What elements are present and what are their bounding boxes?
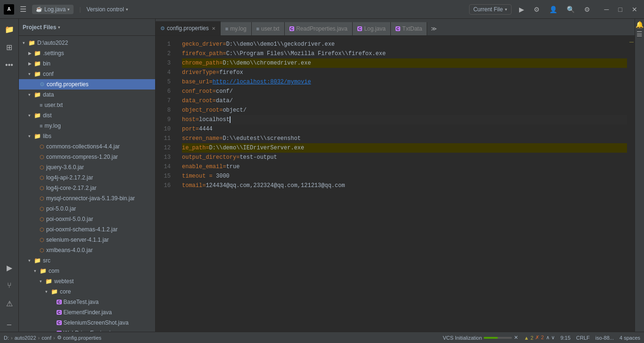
code-line[interactable]: timeout = 3000 xyxy=(182,172,627,181)
code-line[interactable]: conf_root=conf/ xyxy=(182,87,627,96)
code-line[interactable]: chrome_path=D:\\demo\\chromedriver.exe xyxy=(182,58,627,68)
tree-item[interactable]: ▾ 📁 com xyxy=(19,266,155,276)
tree-item[interactable]: ⬡ mysql-connector-java-5.1.39-bin.jar xyxy=(19,193,155,204)
panel-toggle-icon[interactable]: ☰ xyxy=(636,30,643,38)
tree-item[interactable]: C SeleniumScreenShot.java xyxy=(19,318,155,328)
tree-item[interactable]: ▾ 📁 webtest xyxy=(19,276,155,286)
warning-count[interactable]: ▲ 2 xyxy=(524,335,533,341)
encoding[interactable]: iso-88... xyxy=(595,335,614,341)
activity-project-icon[interactable]: 📁 xyxy=(1,21,18,38)
tree-item[interactable]: ▾ 📁 data xyxy=(19,90,155,100)
activity-run-icon[interactable]: ▶ xyxy=(1,259,18,276)
file-title-dropdown[interactable]: ▾ xyxy=(67,7,70,12)
code-line[interactable]: enable_email=true xyxy=(182,162,627,172)
tree-item[interactable]: ⬡ poi-ooxml-5.0.0.jar xyxy=(19,214,155,224)
file-title-tab[interactable]: ☕ Log.java ▾ xyxy=(32,5,74,14)
tree-item[interactable]: C WebDriverEngine.java xyxy=(19,328,155,332)
activity-structure-icon[interactable]: ⊞ xyxy=(1,39,18,56)
breadcrumb-sep2: › xyxy=(38,335,40,341)
code-line[interactable]: base_url=http://localhost:8032/mymovie xyxy=(182,77,627,87)
tree-item[interactable]: C ElementFinder.java xyxy=(19,307,155,318)
syn-key: enable_email= xyxy=(182,162,226,172)
activity-problems-icon[interactable]: ⚠ xyxy=(1,295,18,312)
activity-more-icon[interactable]: ••• xyxy=(1,57,18,74)
line-number: 5 xyxy=(156,77,174,87)
breadcrumb-folder[interactable]: conf xyxy=(41,335,51,341)
activity-terminal-icon[interactable]: _ xyxy=(1,313,18,330)
code-line[interactable]: driverType=firefox xyxy=(182,68,627,77)
search-icon[interactable]: 🔍 xyxy=(565,5,577,14)
sidebar-title-arrow[interactable]: ▾ xyxy=(58,25,60,30)
expand-counts[interactable]: ∧ ∨ xyxy=(546,335,555,341)
editor-tab[interactable]: ≡ user.txt xyxy=(252,22,285,35)
settings-icon[interactable]: ⚙ xyxy=(582,5,592,14)
tree-item[interactable]: ≡ user.txt xyxy=(19,100,155,110)
indent[interactable]: 4 spaces xyxy=(619,335,640,341)
syn-url[interactable]: http://localhost:8032/mymovie xyxy=(213,77,311,87)
tree-item[interactable]: ▾ 📁 core xyxy=(19,286,155,297)
app-logo[interactable]: A xyxy=(4,4,14,15)
tab-close-btn[interactable]: ✕ xyxy=(212,26,215,31)
code-line[interactable]: firefox_path=C:\\Program Files\\Mozilla … xyxy=(182,49,627,58)
minimize-button[interactable]: ─ xyxy=(602,5,612,14)
sidebar-content[interactable]: ▾ 📁 D:\auto2022 ▶ 📁 .settings ▶ 📁 bin ▾ … xyxy=(19,36,155,332)
current-file-button[interactable]: Current File ▾ xyxy=(469,4,512,15)
code-line[interactable]: port=4444 xyxy=(182,124,627,134)
error-count[interactable]: ✗ 2 xyxy=(535,335,544,341)
debug-button[interactable]: ⚙ xyxy=(532,5,542,14)
hamburger-button[interactable]: ☰ xyxy=(18,3,28,16)
tree-item[interactable]: ⬡ log4j-core-2.17.2.jar xyxy=(19,183,155,193)
editor-tab[interactable]: C ReadProperties.java xyxy=(285,22,353,35)
code-line[interactable]: ie_path=D:\\demo\\IEDriverServer.exe xyxy=(182,143,627,153)
tree-item-label: log4j-core-2.17.2.jar xyxy=(46,185,97,191)
tree-item[interactable]: ⬡ commons-compress-1.20.jar xyxy=(19,152,155,162)
close-button[interactable]: ✕ xyxy=(629,5,640,14)
tree-item[interactable]: C BaseTest.java xyxy=(19,297,155,307)
code-line[interactable]: screen_name=D:\\edutest\\screenshot xyxy=(182,134,627,143)
tree-item[interactable]: ≡ my.log xyxy=(19,121,155,131)
tree-item[interactable]: ▶ 📁 bin xyxy=(19,58,155,69)
tree-item[interactable]: ⬡ selenium-server-4.1.1.jar xyxy=(19,235,155,245)
line-ending[interactable]: CRLF xyxy=(576,335,590,341)
tree-item[interactable]: ▾ 📁 src xyxy=(19,255,155,266)
tree-item[interactable]: ⬡ poi-ooxml-schemas-4.1.2.jar xyxy=(19,224,155,235)
code-line[interactable]: gecko_driver=D:\\demo\\demo1\\geckodrive… xyxy=(182,40,627,49)
maximize-button[interactable]: □ xyxy=(616,5,625,14)
code-line[interactable]: host=localhost xyxy=(182,115,627,124)
profile-icon[interactable]: 👤 xyxy=(547,5,559,14)
editor-tab[interactable]: ⚙ config.properties ✕ xyxy=(156,21,221,35)
tree-item-label: commons-collections4-4.4.jar xyxy=(46,143,120,150)
breadcrumb-file[interactable]: ⚙ config.properties xyxy=(57,335,101,341)
tree-item[interactable]: ⬡ commons-collections4-4.4.jar xyxy=(19,141,155,152)
code-content[interactable]: gecko_driver=D:\\demo\\demo1\\geckodrive… xyxy=(178,36,627,332)
tree-item[interactable]: ▶ 📁 .settings xyxy=(19,48,155,58)
vcs-button[interactable]: Version control ▾ xyxy=(87,6,128,13)
tree-item[interactable]: ⬡ poi-5.0.0.jar xyxy=(19,204,155,214)
syn-key: timeout = xyxy=(182,172,213,181)
tree-item-label: log4j-api-2.17.2.jar xyxy=(46,174,93,181)
tree-item[interactable]: ⚙ config.properties xyxy=(19,79,155,90)
code-line[interactable]: object_root=object/ xyxy=(182,106,627,115)
tree-item[interactable]: ▾ 📁 dist xyxy=(19,110,155,121)
syn-val: 4444 xyxy=(199,124,213,134)
code-line[interactable]: tomail=124434@qq.com,232324@qq.com,12121… xyxy=(182,181,627,190)
activity-git-icon[interactable]: ⑂ xyxy=(1,277,18,294)
tree-item[interactable]: ▾ 📁 D:\auto2022 xyxy=(19,38,155,48)
tree-item[interactable]: ⬡ xmlbeans-4.0.0.jar xyxy=(19,245,155,255)
tree-item[interactable]: ▾ 📁 libs xyxy=(19,131,155,141)
tree-item[interactable]: ▾ 📁 conf xyxy=(19,69,155,79)
editor-tab[interactable]: C TxtData xyxy=(391,22,428,35)
breadcrumb-project[interactable]: auto2022 xyxy=(15,335,36,341)
code-line[interactable]: data_root=data/ xyxy=(182,96,627,106)
editor-tab[interactable]: C Log.java xyxy=(353,22,391,35)
code-line[interactable]: output_directory=test-output xyxy=(182,153,627,162)
breadcrumb-drive[interactable]: D: xyxy=(4,335,9,341)
run-button[interactable]: ▶ xyxy=(517,5,526,14)
tree-item[interactable]: ⬡ jquery-3.6.0.jar xyxy=(19,162,155,172)
notifications-icon[interactable]: 🔔 xyxy=(636,21,644,28)
tree-item[interactable]: ⬡ log4j-api-2.17.2.jar xyxy=(19,172,155,183)
tab-overflow-button[interactable]: ≫ xyxy=(427,22,441,35)
cursor-position[interactable]: 9:15 xyxy=(561,335,570,341)
vcs-close-btn[interactable]: ✕ xyxy=(514,335,518,341)
editor-tab[interactable]: ≡ my.log xyxy=(221,22,252,35)
